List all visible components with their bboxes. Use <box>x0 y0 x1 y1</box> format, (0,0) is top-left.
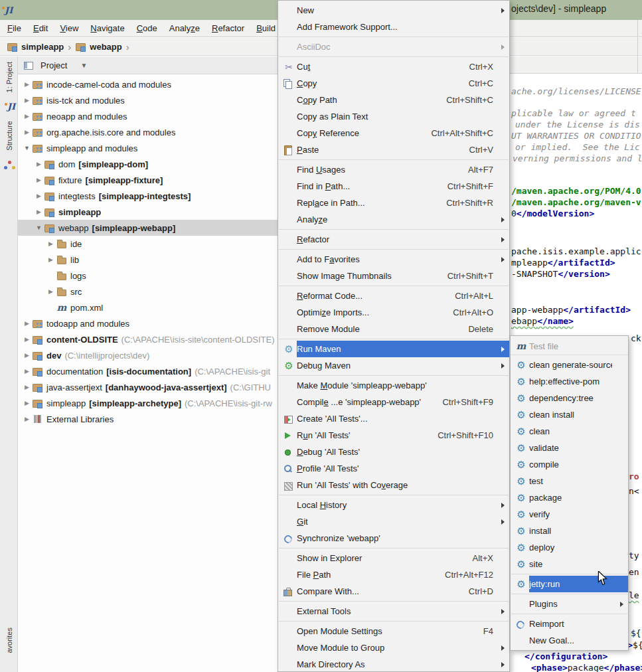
tree-item-dev[interactable]: dev(C:\intellijprojects\dev) <box>18 347 285 363</box>
context-menu-item-cut[interactable]: CutCtrl+X <box>278 58 509 75</box>
submenu-item-plugins[interactable]: Plugins <box>511 596 628 612</box>
tree-expanded-icon[interactable] <box>34 224 44 231</box>
tree-item-lib[interactable]: lib <box>18 252 285 268</box>
tree-collapsed-icon[interactable] <box>22 320 32 327</box>
tree-collapsed-icon[interactable] <box>22 113 32 120</box>
context-menu-item-copy-as-plain-text[interactable]: Copy as Plain Text <box>278 108 509 125</box>
tree-collapsed-icon[interactable] <box>22 336 32 343</box>
tree-collapsed-icon[interactable] <box>34 161 44 167</box>
context-menu-item-run-all-tests-with-coverage[interactable]: Run 'All Tests' with Coverage <box>278 477 509 493</box>
submenu-item-dependency-tree[interactable]: dependency:tree <box>511 390 628 406</box>
project-panel-header[interactable]: Project ▼ <box>18 56 285 74</box>
submenu-item-reimport[interactable]: Reimport <box>511 616 628 632</box>
context-menu-item-copy-reference[interactable]: Copy ReferenceCtrl+Alt+Shift+C <box>278 125 509 141</box>
tree-item-integtests[interactable]: integtests[simpleapp-integtests] <box>18 188 285 204</box>
tool-window-button-favorites[interactable]: avorites <box>5 628 13 653</box>
tree-item-logs[interactable]: logs <box>18 268 285 284</box>
context-menu-item-new[interactable]: New <box>278 2 509 19</box>
context-menu-item-refactor[interactable]: Refactor <box>278 231 509 248</box>
submenu-item-package[interactable]: package <box>511 489 628 506</box>
context-menu-item-git[interactable]: Git <box>278 513 509 530</box>
context-menu-item-move-module-to-group[interactable]: Move Module to Group <box>278 639 509 656</box>
tree-collapsed-icon[interactable] <box>46 256 56 263</box>
tree-item-dom[interactable]: dom[simpleapp-dom] <box>18 156 285 172</box>
context-menu-item-optimize-imports[interactable]: Optimize Imports...Ctrl+Alt+O <box>278 304 509 321</box>
context-menu-item-local-history[interactable]: Local History <box>278 497 509 513</box>
context-menu-item-add-framework-support[interactable]: Add Framework Support... <box>278 19 509 35</box>
submenu-item-jetty-run[interactable]: jetty:run <box>511 576 628 592</box>
tree-collapsed-icon[interactable] <box>22 368 32 375</box>
menubar-item-edit[interactable]: Edit <box>27 21 54 36</box>
context-menu-item-open-module-settings[interactable]: Open Module SettingsF4 <box>278 623 509 639</box>
submenu-item-help-effective-pom[interactable]: help:effective-pom <box>511 373 628 390</box>
tree-item-ide[interactable]: ide <box>18 236 285 252</box>
submenu-item-validate[interactable]: validate <box>511 440 628 456</box>
context-menu-item-remove-module[interactable]: Remove ModuleDelete <box>278 321 509 337</box>
tree-item-simpleapp[interactable]: simpleapp[simpleapp-archetype](C:\APACHE… <box>18 395 285 411</box>
tree-item-external-libraries[interactable]: External Libraries <box>18 411 285 427</box>
tree-item-org-apache-isis-core-and-modules[interactable]: org.apache.isis.core and modules <box>18 124 285 140</box>
tree-collapsed-icon[interactable] <box>22 97 32 104</box>
context-menu-item-replace-in-path[interactable]: Replace in Path...Ctrl+Shift+R <box>278 195 509 211</box>
tree-collapsed-icon[interactable] <box>46 288 56 295</box>
submenu-item-site[interactable]: site <box>511 556 628 572</box>
submenu-item-test[interactable]: test <box>511 473 628 489</box>
context-menu-item-mark-directory-as[interactable]: Mark Directory As <box>278 656 509 672</box>
context-menu-item-analyze[interactable]: Analyze <box>278 211 509 228</box>
submenu-item-clean-generate-sources[interactable]: clean generate-sources <box>511 357 628 373</box>
menubar-item-navigate[interactable]: Navigate <box>84 21 130 36</box>
submenu-item-deploy[interactable]: deploy <box>511 539 628 556</box>
tree-item-java-assertjext[interactable]: java-assertjext[danhaywood-java-assertje… <box>18 379 285 395</box>
tree-item-webapp[interactable]: webapp[simpleapp-webapp] <box>18 220 285 236</box>
tree-item-documentation[interactable]: documentation[isis-documentation](C:\APA… <box>18 363 285 379</box>
menubar-item-file[interactable]: File <box>1 21 27 36</box>
tree-collapsed-icon[interactable] <box>34 193 44 199</box>
tree-item-pom-xml[interactable]: pom.xml <box>18 299 285 315</box>
context-menu-item-copy-path[interactable]: Copy PathCtrl+Shift+C <box>278 92 509 108</box>
tree-item-simpleapp-and-modules[interactable]: simpleapp and modules <box>18 140 285 156</box>
tree-item-incode-camel-coda-and-modules[interactable]: incode-camel-coda and modules <box>18 76 285 92</box>
context-menu-item-debug-all-tests[interactable]: Debug 'All Tests' <box>278 444 509 460</box>
intellij-logo-icon[interactable]: JI <box>7 102 15 112</box>
submenu-item-clean-install[interactable]: clean install <box>511 406 628 423</box>
context-menu-item-reformat-code[interactable]: Reformat Code...Ctrl+Alt+L <box>278 288 509 304</box>
context-menu-item-show-image-thumbnails[interactable]: Show Image ThumbnailsCtrl+Shift+T <box>278 268 509 284</box>
context-menu-item-debug-maven[interactable]: Debug Maven <box>278 357 509 374</box>
tree-item-content-oldsite[interactable]: content-OLDSITE(C:\APACHE\isis-site\cont… <box>18 331 285 347</box>
hierarchy-icon[interactable] <box>4 160 15 171</box>
tree-collapsed-icon[interactable] <box>46 240 56 247</box>
tree-expanded-icon[interactable] <box>22 145 32 151</box>
tree-item-todoapp-and-modules[interactable]: todoapp and modules <box>18 315 285 331</box>
context-menu-item-asciidoc[interactable]: AsciiDoc <box>278 39 509 55</box>
context-menu-item-show-in-explorer[interactable]: Show in ExplorerAlt+X <box>278 550 509 566</box>
menubar-item-analyze[interactable]: Analyze <box>163 21 206 36</box>
tree-item-src[interactable]: src <box>18 284 285 299</box>
tree-collapsed-icon[interactable] <box>22 129 32 135</box>
context-menu-item-copy[interactable]: CopyCtrl+C <box>278 75 509 92</box>
tree-collapsed-icon[interactable] <box>22 416 32 422</box>
tree-collapsed-icon[interactable] <box>22 400 32 406</box>
tree-collapsed-icon[interactable] <box>22 352 32 359</box>
context-menu-item-run-maven[interactable]: Run Maven <box>278 341 509 357</box>
context-menu-item-paste[interactable]: PasteCtrl+V <box>278 141 509 158</box>
context-menu-item-synchronize-webapp[interactable]: Synchronize 'webapp' <box>278 530 509 546</box>
context-menu-item-create-all-tests[interactable]: Create 'All Tests'... <box>278 410 509 427</box>
tree-item-fixture[interactable]: fixture[simpleapp-fixture] <box>18 172 285 188</box>
context-menu-item-file-path[interactable]: File PathCtrl+Alt+F12 <box>278 566 509 583</box>
submenu-item-new-goal[interactable]: New Goal... <box>511 632 628 649</box>
breadcrumb-item-webapp[interactable]: webapp <box>75 41 121 52</box>
tree-collapsed-icon[interactable] <box>34 177 44 183</box>
tree-item-neoapp-and-modules[interactable]: neoapp and modules <box>18 108 285 124</box>
tree-item-isis-tck-and-modules[interactable]: isis-tck and modules <box>18 92 285 108</box>
submenu-item-clean[interactable]: clean <box>511 423 628 440</box>
chevron-down-icon[interactable]: ▼ <box>80 62 87 69</box>
tree-collapsed-icon[interactable] <box>22 81 32 88</box>
tool-window-button-structure[interactable]: Structure <box>5 121 13 151</box>
context-menu-item-find-usages[interactable]: Find UsagesAlt+F7 <box>278 161 509 178</box>
context-menu-item-external-tools[interactable]: External Tools <box>278 603 509 620</box>
context-menu-item-add-to-favorites[interactable]: Add to Favorites <box>278 251 509 268</box>
context-menu-item-run-all-tests[interactable]: Run 'All Tests'Ctrl+Shift+F10 <box>278 427 509 444</box>
menubar-item-view[interactable]: View <box>54 21 84 36</box>
breadcrumb-item-simpleapp[interactable]: simpleapp <box>7 41 64 52</box>
tree-item-simpleapp[interactable]: simpleapp <box>18 204 285 220</box>
